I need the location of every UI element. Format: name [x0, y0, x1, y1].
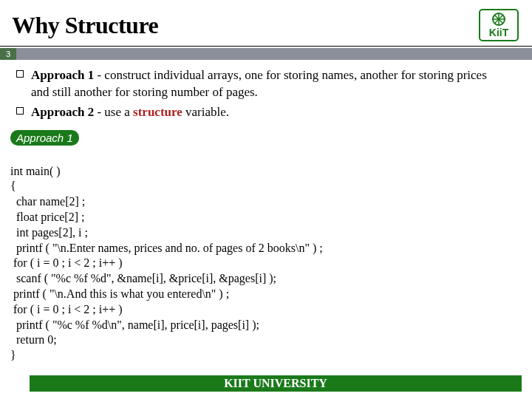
code-line: printf ( "\n.Enter names, prices and no.…	[10, 242, 323, 254]
code-line: int main( )	[10, 165, 61, 177]
code-line: for ( i = 0 ; i < 2 ; i++ )	[10, 256, 123, 269]
structure-keyword: structure	[133, 105, 183, 119]
bullet-square-icon	[16, 107, 24, 115]
code-line: {	[10, 180, 16, 192]
code-line: scanf ( "%c %f %d", &name[i], &price[i],…	[10, 272, 276, 284]
slide-number-bar: 3	[0, 48, 532, 60]
code-line: int pages[2], i ;	[10, 226, 88, 239]
bullet-list: Approach 1 - construct individual arrays…	[0, 60, 532, 129]
code-line: printf ( "\n.And this is what you entere…	[10, 287, 229, 300]
svg-text:KiiT: KiiT	[489, 27, 509, 38]
code-line: float price[2] ;	[10, 211, 84, 223]
slide-number: 3	[0, 48, 16, 60]
bullet-label: Approach 1	[31, 68, 94, 82]
title-row: Why Structure KiiT	[0, 0, 532, 47]
code-line: for ( i = 0 ; i < 2 ; i++ )	[10, 303, 123, 316]
bullet-item: Approach 2 - use a structure variable.	[31, 104, 507, 121]
bullet-label: Approach 2	[31, 105, 94, 119]
slide-title: Why Structure	[12, 12, 479, 39]
bullet-item: Approach 1 - construct individual arrays…	[31, 67, 507, 101]
code-section-label: Approach 1	[10, 130, 79, 146]
code-block: int main( ) { char name[2] ; float price…	[0, 149, 532, 364]
code-line: return 0;	[10, 333, 57, 346]
bullet-square-icon	[16, 70, 24, 78]
svg-rect-8	[17, 107, 24, 114]
bullet-text-after: variable.	[183, 105, 229, 119]
footer-bar: KIIT UNIVERSITY	[30, 375, 522, 392]
kiit-logo: KiiT	[479, 9, 519, 41]
bullet-text: - construct individual arrays, one for s…	[31, 68, 487, 99]
code-line: printf ( "%c %f %d\n", name[i], price[i]…	[10, 318, 259, 331]
svg-rect-7	[17, 71, 24, 78]
bullet-text-before: - use a	[94, 105, 133, 119]
code-line: }	[10, 349, 16, 361]
slide-bar-fill	[16, 48, 532, 60]
code-line: char name[2] ;	[10, 195, 85, 208]
